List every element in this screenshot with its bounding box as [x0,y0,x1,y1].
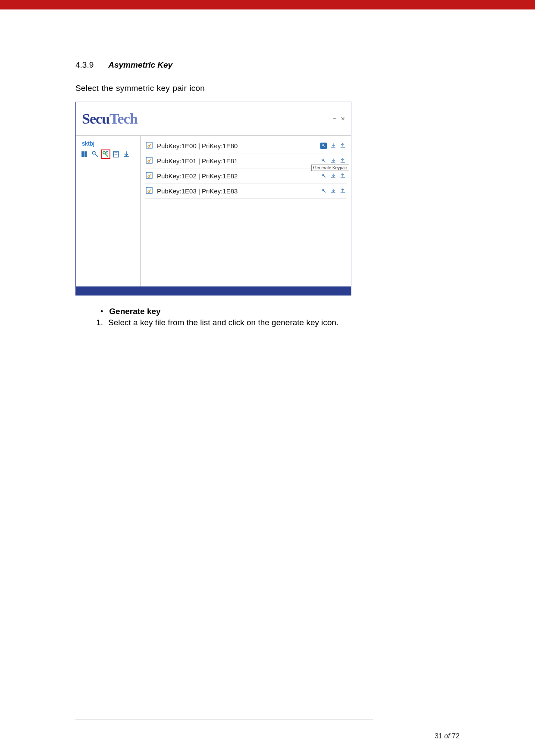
svg-line-17 [150,159,152,161]
app-logo: SecuTech [82,111,138,127]
keyfile-icon [146,172,153,180]
generate-keypair-icon[interactable] [320,173,327,179]
key-label: PubKey:1E01 | PriKey:1E81 [157,157,238,165]
svg-line-3 [95,154,98,157]
page-of: of [444,732,450,740]
app-window: SecuTech − × sktbj [75,102,351,296]
svg-line-5 [105,154,108,157]
keyfile-icon [146,157,153,165]
sidebar: sktbj [76,136,141,286]
generate-keypair-icon[interactable] [320,158,327,164]
svg-line-14 [323,146,325,148]
key-row[interactable]: PubKey:1E03 | PriKey:1E83 [145,184,347,199]
import-icon[interactable] [330,173,336,179]
instruction-block: • Generate key 1. Select a key file from… [75,307,460,327]
app-body: sktbj [76,136,351,286]
bullet-item: • Generate key [100,307,460,316]
export-icon[interactable] [339,143,346,149]
key-label: PubKey:1E02 | PriKey:1E82 [157,172,238,180]
users-icon[interactable] [81,150,89,158]
svg-point-21 [148,176,150,177]
bullet-label: Generate key [109,307,160,316]
app-status-bar [76,286,351,295]
key-label: PubKey:1E00 | PriKey:1E80 [157,142,238,149]
import-icon[interactable] [330,158,336,164]
svg-point-11 [148,146,150,147]
page-content: 4.3.9Asymmetric Key Select the symmetric… [0,9,535,327]
step-number: 1. [93,318,103,327]
svg-rect-0 [81,151,84,157]
svg-point-13 [322,144,324,146]
section-title: Asymmetric Key [108,60,172,69]
import-icon[interactable] [330,143,336,149]
key-icon[interactable] [91,150,99,158]
intro-text: Select the symmetric key pair icon [75,84,460,93]
generate-keypair-icon[interactable] [320,143,327,149]
svg-line-12 [150,144,152,146]
numbered-step: 1. Select a key file from the list and c… [93,318,460,327]
page-total: 72 [452,732,460,740]
svg-rect-1 [84,151,87,157]
keypair-icon[interactable] [102,150,110,158]
row-actions [320,173,346,179]
bullet-dot-icon: • [100,308,103,315]
export-icon[interactable] [339,158,346,164]
generate-keypair-icon[interactable] [320,188,327,194]
keyfile-icon [146,187,153,195]
minimize-button[interactable]: − [332,115,336,123]
key-label: PubKey:1E03 | PriKey:1E83 [157,187,238,195]
logo-main: Secu [82,111,110,127]
document-icon[interactable] [112,150,120,158]
export-icon[interactable] [339,173,346,179]
logo-sub: Tech [110,111,138,127]
svg-point-18 [322,159,324,161]
keyfile-icon [146,142,153,149]
footer-rule [75,719,373,719]
tooltip-generate-keypair: Generate Keypair [311,165,349,171]
svg-line-29 [323,191,325,193]
sidebar-device-label[interactable]: sktbj [79,140,137,147]
step-text: Select a key file from the list and clic… [108,318,338,327]
key-row[interactable]: PubKey:1E00 | PriKey:1E80 [145,138,347,153]
page-number: 31 [435,732,442,740]
top-red-bar [0,0,535,9]
svg-line-27 [150,189,152,191]
svg-point-28 [322,189,324,191]
import-icon[interactable] [330,188,336,194]
svg-line-19 [323,161,325,163]
download-icon[interactable] [122,150,130,158]
svg-point-23 [322,174,324,176]
export-icon[interactable] [339,188,346,194]
row-actions: Generate Keypair [320,158,346,164]
row-actions [320,143,346,149]
app-titlebar: SecuTech − × [76,102,351,136]
sidebar-toolbar [79,150,137,158]
svg-point-26 [148,191,150,193]
svg-point-6 [106,151,108,153]
section-number: 4.3.9 [75,60,94,70]
close-button[interactable]: × [341,115,345,123]
svg-point-16 [148,161,150,162]
row-actions [320,188,346,194]
page-footer: 31 of 72 [435,732,460,740]
key-row[interactable]: PubKey:1E01 | PriKey:1E81 Generate Keypa… [145,153,347,168]
svg-point-4 [103,152,106,154]
svg-line-22 [150,174,152,176]
svg-line-24 [323,176,325,178]
window-controls: − × [332,115,345,123]
section-heading: 4.3.9Asymmetric Key [75,60,460,70]
key-list: PubKey:1E00 | PriKey:1E80 PubKey:1E01 | … [141,136,351,286]
